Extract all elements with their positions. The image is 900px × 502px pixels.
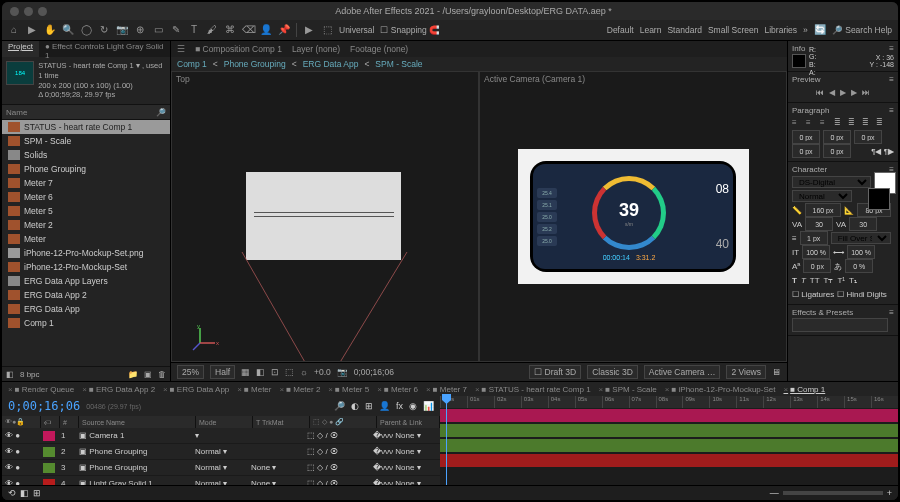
workspace-learn[interactable]: Learn — [640, 25, 662, 35]
project-item[interactable]: iPhone-12-Pro-Mockup-Set.png — [2, 246, 170, 260]
layer-bar[interactable] — [440, 424, 898, 437]
next-frame-icon[interactable]: ▶ — [851, 88, 857, 97]
crumb-3[interactable]: SPM - Scale — [375, 59, 422, 69]
tab-footage[interactable]: Footage (none) — [350, 44, 408, 54]
comp-viewer[interactable]: Top xy Active Camera (Camera 1) — [171, 71, 787, 362]
font-family-dropdown[interactable]: DS-Digital — [792, 176, 871, 188]
interpret-icon[interactable]: ◧ — [6, 370, 14, 379]
channel-icon[interactable]: ⬚ — [285, 367, 294, 377]
camera-tool-icon[interactable]: 📷 — [116, 24, 128, 36]
tl-toggle-switches-icon[interactable]: ⟲ — [8, 488, 16, 498]
justify-left-icon[interactable]: ≣ — [834, 118, 846, 128]
align-right-icon[interactable]: ≡ — [820, 118, 832, 128]
tl-fx-icon[interactable]: fx — [396, 401, 403, 411]
tl-opt2-icon[interactable]: ⊞ — [365, 401, 373, 411]
tl-frame-blend-icon[interactable]: ⊞ — [33, 488, 41, 498]
trash-icon[interactable]: 🗑 — [158, 370, 166, 379]
tsume[interactable] — [845, 259, 873, 273]
paragraph-panel-header[interactable]: Paragraph — [792, 106, 829, 115]
project-item[interactable]: Meter 7 — [2, 176, 170, 190]
search-help[interactable]: 🔎 Search Help — [832, 25, 892, 35]
hand-tool-icon[interactable]: ✋ — [44, 24, 56, 36]
universal-label[interactable]: Universal — [339, 25, 374, 35]
workspace-default[interactable]: Default — [607, 25, 634, 35]
tl-mb-icon[interactable]: ◉ — [409, 401, 417, 411]
bpc-toggle[interactable]: 8 bpc — [20, 370, 40, 379]
project-list[interactable]: STATUS - heart rate Comp 1SPM - ScaleSol… — [2, 120, 170, 366]
prev-frame-icon[interactable]: ◀ — [829, 88, 835, 97]
brush-tool-icon[interactable]: 🖌 — [206, 24, 218, 36]
space-after[interactable] — [823, 144, 851, 158]
puppet-tool-icon[interactable]: 📌 — [278, 24, 290, 36]
zoom-tool-icon[interactable]: 🔍 — [62, 24, 74, 36]
project-item[interactable]: iPhone-12-Pro-Mockup-Set — [2, 260, 170, 274]
layer-row[interactable]: 👁 ●2▣ Phone GroupingNormal ▾⬚ ◇ / ⦿�ννν … — [2, 444, 440, 460]
playhead[interactable] — [446, 396, 447, 485]
layer-bar[interactable] — [440, 409, 898, 422]
layer-bar[interactable] — [440, 454, 898, 467]
new-comp-icon[interactable]: ▣ — [144, 370, 152, 379]
timeline-tab[interactable]: × ■ Meter 2 — [279, 385, 320, 394]
project-item[interactable]: ERG Data App — [2, 302, 170, 316]
viewer-timecode[interactable]: 0;00;16;06 — [354, 367, 394, 377]
bold-icon[interactable]: T — [792, 276, 797, 285]
first-frame-icon[interactable]: ⏮ — [816, 88, 824, 97]
project-item[interactable]: ERG Data App 2 — [2, 288, 170, 302]
stroke-width[interactable] — [800, 231, 828, 245]
workspace-libraries[interactable]: Libraries — [765, 25, 798, 35]
search-project-icon[interactable]: 🔎 — [156, 108, 166, 117]
timeline-tab[interactable]: × ■ Comp 1 — [783, 385, 825, 394]
home-icon[interactable]: ⌂ — [8, 24, 20, 36]
shape-tool-icon[interactable]: ▭ — [152, 24, 164, 36]
eraser-tool-icon[interactable]: ⌫ — [242, 24, 254, 36]
project-item[interactable]: Meter 6 — [2, 190, 170, 204]
tab-effect-controls[interactable]: ● Effect Controls Light Gray Solid 1 — [39, 41, 170, 57]
stroke-fill-dropdown[interactable]: Fill Over Stroke — [831, 232, 891, 244]
top-view-layer[interactable] — [246, 172, 401, 260]
project-item[interactable]: STATUS - heart rate Comp 1 — [2, 120, 170, 134]
panel-menu-icon[interactable]: ☰ — [177, 44, 185, 54]
layer-bar[interactable] — [440, 439, 898, 452]
indent-left[interactable] — [792, 130, 820, 144]
orbit-tool-icon[interactable]: ◯ — [80, 24, 92, 36]
tab-layer[interactable]: Layer (none) — [292, 44, 340, 54]
project-item[interactable]: Solids — [2, 148, 170, 162]
timeline-tab[interactable]: × ■ Meter 5 — [328, 385, 369, 394]
baseline-shift[interactable] — [803, 259, 831, 273]
crumb-2[interactable]: ERG Data App — [303, 59, 359, 69]
type-tool-icon[interactable]: T — [188, 24, 200, 36]
tl-zoom-in-icon[interactable]: + — [887, 488, 892, 498]
traffic-close[interactable] — [10, 7, 19, 16]
resolution-dropdown[interactable]: Half — [210, 365, 235, 379]
new-folder-icon[interactable]: 📁 — [128, 370, 138, 379]
vert-scale[interactable] — [802, 245, 830, 259]
horz-scale[interactable] — [847, 245, 875, 259]
workspace-small[interactable]: Small Screen — [708, 25, 759, 35]
name-column-header[interactable]: Name — [6, 108, 27, 117]
view-options-icon[interactable]: 🖥 — [772, 367, 781, 377]
hindi-digits-checkbox[interactable]: ☐ Hindi Digits — [837, 290, 887, 299]
mask-icon[interactable]: ◧ — [256, 367, 265, 377]
tl-opt1-icon[interactable]: ◐ — [351, 401, 359, 411]
timeline-tab[interactable]: × ■ SPM - Scale — [599, 385, 657, 394]
preview-panel-header[interactable]: Preview — [792, 75, 820, 84]
axis-tool-icon[interactable]: ▶ — [303, 24, 315, 36]
info-panel-header[interactable]: Info — [792, 44, 805, 53]
allcaps-icon[interactable]: TT — [810, 276, 820, 285]
clone-tool-icon[interactable]: ⌘ — [224, 24, 236, 36]
stroke-swatch[interactable] — [868, 188, 890, 210]
rtl-icon[interactable]: ¶◀ ¶▶ — [854, 147, 894, 156]
pan-behind-tool-icon[interactable]: ⊕ — [134, 24, 146, 36]
sync-icon[interactable]: 🔄 — [814, 24, 826, 36]
timeline-tab[interactable]: × ■ ERG Data App — [163, 385, 229, 394]
effects-panel-header[interactable]: Effects & Presets — [792, 308, 853, 317]
space-before[interactable] — [792, 144, 820, 158]
exposure-icon[interactable]: ☼ — [300, 367, 308, 377]
pen-tool-icon[interactable]: ✎ — [170, 24, 182, 36]
views-dropdown[interactable]: 2 Views — [726, 365, 766, 379]
justify-right-icon[interactable]: ≣ — [862, 118, 874, 128]
project-item[interactable]: Meter 5 — [2, 204, 170, 218]
font-size[interactable] — [805, 203, 841, 217]
project-item[interactable]: ERG Data App Layers — [2, 274, 170, 288]
rotate-tool-icon[interactable]: ↻ — [98, 24, 110, 36]
